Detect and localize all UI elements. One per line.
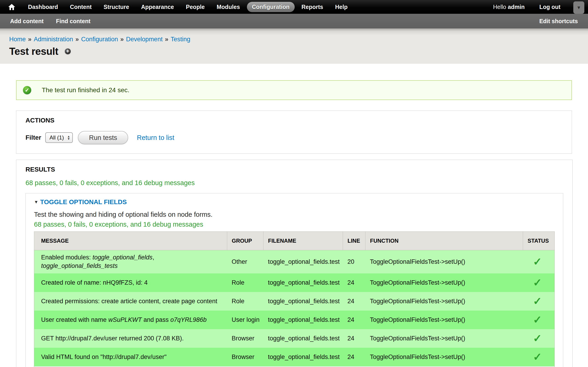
logout-link[interactable]: Log out — [539, 4, 561, 10]
menu-item-reports[interactable]: Reports — [296, 2, 328, 12]
breadcrumb-separator: » — [75, 36, 79, 43]
result-status-cell: ✓ — [523, 348, 555, 366]
result-message-text: , — [153, 254, 154, 261]
return-to-list-link[interactable]: Return to list — [137, 134, 174, 142]
results-summary: 68 passes, 0 fails, 0 exceptions, and 16… — [26, 179, 563, 187]
chevron-down-icon: ▼ — [577, 5, 581, 10]
select-stepper-icon: ▲▼ — [67, 135, 70, 140]
run-tests-button[interactable]: Run tests — [78, 131, 128, 144]
pass-check-icon: ✓ — [533, 332, 542, 344]
menu-item-people[interactable]: People — [181, 2, 210, 12]
breadcrumb-home[interactable]: Home — [9, 36, 26, 43]
results-legend: RESULTS — [26, 166, 563, 173]
result-message-text: Enabled modules: — [41, 254, 93, 261]
pass-check-icon: ✓ — [533, 314, 542, 326]
breadcrumb-separator: » — [165, 36, 168, 43]
pass-check-icon: ✓ — [533, 277, 542, 289]
menu-item-content[interactable]: Content — [65, 2, 97, 12]
result-status-cell: ✓ — [523, 292, 555, 311]
result-line-cell: 24 — [343, 311, 365, 329]
result-status-cell — [523, 366, 555, 367]
test-group-fieldset: ▼ TOGGLE OPTIONAL FIELDS Test the showin… — [26, 193, 563, 367]
table-row: User created with name wSuPLKWT and pass… — [34, 311, 555, 329]
result-message-cell: GET http://drupal7.dev/user returned 200… — [34, 329, 227, 348]
pass-check-icon: ✓ — [533, 295, 542, 307]
result-filename-cell: toggle_optional_fields.test — [263, 292, 343, 311]
result-group-cell: Role — [227, 292, 263, 311]
table-row: GET http://drupal7.dev/user returned 200… — [34, 329, 555, 348]
actions-legend: ACTIONS — [26, 117, 562, 124]
home-icon[interactable] — [8, 4, 15, 10]
breadcrumb-configuration[interactable]: Configuration — [81, 36, 118, 43]
collapse-arrow-icon: ▼ — [34, 200, 38, 205]
result-line-cell: 24 — [343, 292, 365, 311]
result-group-cell: Other — [227, 250, 263, 273]
shortcut-add-content[interactable]: Add content — [10, 18, 44, 25]
result-message-text: GET http://drupal7.dev/user returned 200… — [41, 335, 184, 342]
status-message-text: The test run finished in 24 sec. — [42, 86, 129, 94]
table-header-row: MESSAGE GROUP FILENAME LINE FUNCTION STA… — [34, 232, 555, 250]
result-status-cell: ✓ — [523, 329, 555, 348]
result-message-text: toggle_optional_fields — [93, 254, 153, 261]
pass-check-icon: ✓ — [533, 256, 542, 268]
result-function-cell: ToggleOptionalFieldsTest->setUp() — [365, 311, 523, 329]
actions-fieldset: ACTIONS Filter All (1) ▲▼ Run tests Retu… — [16, 110, 572, 154]
status-ok-icon: ✓ — [23, 86, 31, 94]
result-message-text: Created role of name: nHQ9fFZS, id: 4 — [41, 279, 148, 286]
col-header-line: LINE — [343, 232, 365, 250]
breadcrumb-administration[interactable]: Administration — [34, 36, 73, 43]
results-table: MESSAGE GROUP FILENAME LINE FUNCTION STA… — [34, 232, 555, 367]
result-status-cell: ✓ — [523, 273, 555, 292]
menu-item-appearance[interactable]: Appearance — [136, 2, 179, 12]
result-message-text: o7qYRL986b — [170, 316, 207, 323]
result-status-cell: ✓ — [523, 250, 555, 273]
breadcrumb-testing[interactable]: Testing — [171, 36, 190, 43]
result-message-cell: Valid HTML found on "http://drupal7.dev/… — [34, 348, 227, 366]
menu-item-structure[interactable]: Structure — [99, 2, 134, 12]
result-message-cell: Verbose message — [34, 366, 227, 367]
result-group-cell: User login — [227, 311, 263, 329]
result-message-text: wSuPLKWT — [108, 316, 142, 323]
pass-check-icon: ✓ — [533, 351, 542, 363]
results-fieldset: RESULTS 68 passes, 0 fails, 0 exceptions… — [16, 160, 573, 367]
result-filename-cell: toggle_optional_fields.test — [263, 329, 343, 348]
result-line-cell: 24 — [343, 329, 365, 348]
filter-select[interactable]: All (1) ▲▼ — [45, 132, 73, 143]
shortcut-find-content[interactable]: Find content — [56, 18, 90, 25]
breadcrumb-development[interactable]: Development — [126, 36, 163, 43]
result-filename-cell: toggle_optional_fields.test — [263, 348, 343, 366]
toolbar-toggle-tab[interactable]: ▼ — [573, 1, 584, 14]
result-function-cell: ToggleOptionalFieldsTest->setUp() — [365, 292, 523, 311]
col-header-status: STATUS — [523, 232, 555, 250]
test-group-title-link[interactable]: TOGGLE OPTIONAL FIELDS — [40, 198, 127, 206]
result-function-cell: ToggleOptionalFieldsTest->setUp() — [365, 250, 523, 273]
table-row: Valid HTML found on "http://drupal7.dev/… — [34, 348, 555, 366]
result-message-cell: Enabled modules: toggle_optional_fields,… — [34, 250, 227, 273]
edit-shortcuts-link[interactable]: Edit shortcuts — [539, 18, 578, 25]
test-group-summary: 68 passes, 0 fails, 0 exceptions, and 16… — [34, 221, 555, 228]
shortcut-bar: Add content Find content Edit shortcuts — [0, 14, 588, 28]
add-shortcut-icon[interactable]: + — [64, 48, 71, 55]
col-header-message: MESSAGE — [34, 232, 227, 250]
col-header-filename: FILENAME — [263, 232, 343, 250]
main-content: ✓ The test run finished in 24 sec. ACTIO… — [0, 80, 588, 367]
result-line-cell: 24 — [343, 273, 365, 292]
page-header-band: Home»Administration»Configuration»Develo… — [0, 28, 588, 64]
status-message: ✓ The test run finished in 24 sec. — [16, 80, 572, 100]
col-header-group: GROUP — [227, 232, 263, 250]
menu-item-modules[interactable]: Modules — [212, 2, 245, 12]
result-status-cell: ✓ — [523, 311, 555, 329]
col-header-function: FUNCTION — [365, 232, 523, 250]
result-function-cell: ToggleOptionalFieldsTest->setUp() — [365, 348, 523, 366]
test-group-description: Test the showing and hiding of optional … — [34, 211, 555, 218]
result-line-cell: 24 — [343, 366, 365, 367]
result-group-cell: Browser — [227, 348, 263, 366]
result-function-cell: ToggleOptionalFieldsTest->setUp() — [365, 329, 523, 348]
menu-item-help[interactable]: Help — [330, 2, 353, 12]
breadcrumb: Home»Administration»Configuration»Develo… — [9, 36, 588, 43]
menu-item-dashboard[interactable]: Dashboard — [23, 2, 63, 12]
table-row: Verbose messageDebugtoggle_optional_fiel… — [34, 366, 555, 367]
page-title: Test result — [9, 46, 58, 57]
menu-item-configuration[interactable]: Configuration — [247, 2, 295, 12]
greeting-text: Hello admin — [493, 4, 525, 10]
